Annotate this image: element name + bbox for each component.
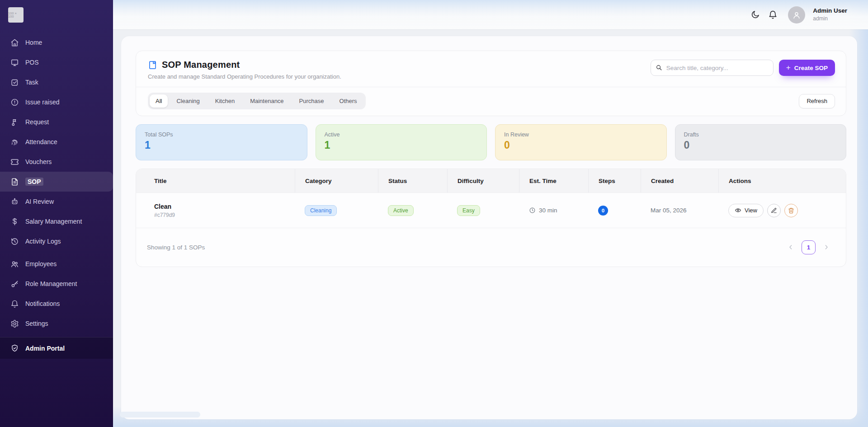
stat-card-in-review: In Review 0 xyxy=(495,124,667,160)
sidebar-item-home[interactable]: Home xyxy=(0,33,113,52)
check-square-icon xyxy=(10,78,19,87)
stat-label: Active xyxy=(325,131,478,138)
column-header-actions: Actions xyxy=(718,169,846,192)
user-icon xyxy=(792,10,802,20)
sidebar-item-label: Employees xyxy=(25,260,57,267)
page-number-button[interactable]: 1 xyxy=(802,240,816,254)
column-header-steps: Steps xyxy=(588,169,641,192)
filter-tab-cleaning[interactable]: Cleaning xyxy=(170,94,206,108)
sidebar-item-ai-review[interactable]: AI Review xyxy=(0,192,113,211)
content-panel: SOP Management Create and manage Standar… xyxy=(121,36,857,419)
search-input[interactable] xyxy=(651,60,774,76)
table-footer: Showing 1 of 1 SOPs 1 xyxy=(136,228,846,267)
stat-value: 1 xyxy=(145,139,298,151)
column-header-category: Category xyxy=(295,169,378,192)
sidebar-item-label: Notifications xyxy=(25,300,60,307)
stat-label: Total SOPs xyxy=(145,131,298,138)
request-flag-icon xyxy=(10,118,19,127)
created-date: Mar 05, 2026 xyxy=(651,207,687,214)
results-summary: Showing 1 of 1 SOPs xyxy=(147,244,205,251)
sidebar-item-request[interactable]: Request xyxy=(0,112,113,132)
notebook-icon xyxy=(148,60,157,70)
ticket-icon xyxy=(10,158,19,166)
shield-check-icon xyxy=(10,344,19,352)
filter-tab-purchase[interactable]: Purchase xyxy=(292,94,331,108)
cell-difficulty: Easy xyxy=(447,205,519,216)
column-header-status: Status xyxy=(378,169,447,192)
page-title: SOP Management xyxy=(162,60,240,70)
sidebar-item-label: Request xyxy=(25,118,49,126)
sidebar-item-admin-portal[interactable]: Admin Portal xyxy=(0,337,113,359)
cell-steps: 0 xyxy=(588,206,641,216)
clock-icon xyxy=(529,207,536,214)
sidebar: 100 × 100 Home POS Task Issue raised xyxy=(0,0,113,427)
sidebar-item-label: Salary Management xyxy=(25,218,82,225)
sidebar-item-pos[interactable]: POS xyxy=(0,52,113,72)
notifications-button[interactable] xyxy=(768,10,778,20)
cell-category: Cleaning xyxy=(295,205,378,216)
main-area: Admin User admin SOP Management Create a… xyxy=(113,0,868,427)
table-header: Title Category Status Difficulty Est. Ti… xyxy=(136,169,846,192)
sidebar-item-activity-logs[interactable]: Activity Logs xyxy=(0,231,113,251)
filter-tab-all[interactable]: All xyxy=(150,94,168,108)
cell-est-time: 30 min xyxy=(519,207,588,214)
sidebar-item-issue-raised[interactable]: Issue raised xyxy=(0,92,113,112)
sidebar-item-sop[interactable]: SOP xyxy=(0,172,113,192)
monitor-icon xyxy=(10,58,19,67)
gear-icon xyxy=(10,319,19,328)
sidebar-item-label: Attendance xyxy=(25,138,57,145)
category-filter-tabs: All Cleaning Kitchen Maintenance Purchas… xyxy=(148,93,366,109)
sidebar-item-attendance[interactable]: Attendance xyxy=(0,132,113,152)
sidebar-item-task[interactable]: Task xyxy=(0,72,113,92)
stat-card-drafts: Drafts 0 xyxy=(675,124,847,160)
view-button[interactable]: View xyxy=(728,204,764,217)
previous-page-button[interactable] xyxy=(787,244,795,252)
sidebar-item-label: Settings xyxy=(25,320,48,327)
sidebar-item-label: Issue raised xyxy=(25,99,59,106)
chevron-left-icon xyxy=(787,244,794,251)
create-sop-button[interactable]: + Create SOP xyxy=(779,60,835,76)
eye-icon xyxy=(735,207,741,214)
logo-placeholder-text: 100 × 100 xyxy=(8,12,24,18)
create-sop-label: Create SOP xyxy=(794,65,828,71)
content: SOP Management Create and manage Standar… xyxy=(113,30,868,427)
sidebar-item-notifications[interactable]: Notifications xyxy=(0,294,113,314)
divider xyxy=(136,87,846,87)
sidebar-item-employees[interactable]: Employees xyxy=(0,254,113,274)
topbar: Admin User admin xyxy=(113,0,868,30)
difficulty-badge: Easy xyxy=(457,205,480,216)
bell-icon xyxy=(768,10,778,19)
stat-label: In Review xyxy=(504,131,658,138)
sidebar-item-settings[interactable]: Settings xyxy=(0,314,113,333)
sidebar-item-label: AI Review xyxy=(25,198,54,205)
stat-card-active: Active 1 xyxy=(316,124,487,160)
filter-tab-maintenance[interactable]: Maintenance xyxy=(243,94,290,108)
column-header-title: Title xyxy=(136,169,295,192)
app-root: 100 × 100 Home POS Task Issue raised xyxy=(0,0,868,427)
user-name: Admin User xyxy=(813,7,847,15)
sidebar-item-vouchers[interactable]: Vouchers xyxy=(0,152,113,172)
file-text-icon xyxy=(10,178,19,186)
cell-actions: View xyxy=(718,204,846,217)
sidebar-item-role-management[interactable]: Role Management xyxy=(0,274,113,294)
history-icon xyxy=(10,237,19,246)
pencil-icon xyxy=(771,207,777,214)
page-subtitle: Create and manage Standard Operating Pro… xyxy=(148,73,341,80)
search-icon xyxy=(656,64,662,71)
trash-icon xyxy=(788,207,794,214)
category-badge: Cleaning xyxy=(305,205,337,216)
filter-tab-others[interactable]: Others xyxy=(333,94,364,108)
app-logo: 100 × 100 xyxy=(8,7,24,23)
dark-mode-toggle[interactable] xyxy=(750,10,760,20)
filter-tab-kitchen[interactable]: Kitchen xyxy=(208,94,241,108)
delete-button[interactable] xyxy=(784,204,798,217)
sidebar-item-salary-management[interactable]: Salary Management xyxy=(0,211,113,231)
stat-value: 1 xyxy=(325,139,478,151)
horizontal-scrollbar-thumb[interactable] xyxy=(120,412,200,418)
home-icon xyxy=(10,38,19,47)
column-header-created: Created xyxy=(641,169,718,192)
refresh-button[interactable]: Refresh xyxy=(799,94,835,108)
avatar[interactable] xyxy=(788,6,805,23)
edit-button[interactable] xyxy=(767,204,781,217)
next-page-button[interactable] xyxy=(822,244,830,252)
